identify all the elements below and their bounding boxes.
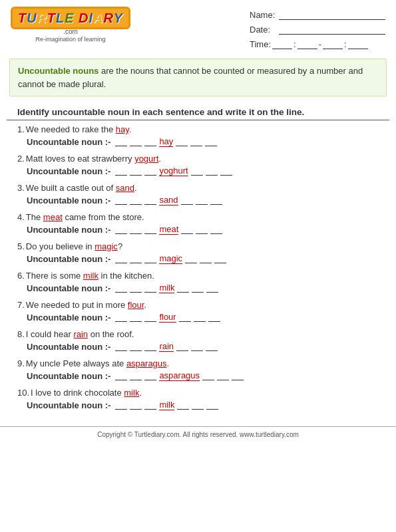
answer-line: Uncountable noun :-sand xyxy=(27,195,385,205)
exercise-number: 2. xyxy=(17,154,25,164)
blank-after xyxy=(179,313,191,322)
exercises: 1.We needed to rake the hay.Uncountable … xyxy=(0,120,396,421)
blank-before xyxy=(130,313,142,322)
answer-line: Uncountable noun :-magic xyxy=(27,253,385,264)
answer-word: sand xyxy=(159,195,178,205)
blank-before xyxy=(130,254,142,263)
answer-line: Uncountable noun :-rain xyxy=(27,341,385,352)
answer-word: hay xyxy=(159,136,173,147)
blank-after xyxy=(208,313,220,322)
uncountable-word: milk xyxy=(83,271,99,281)
answer-word: milk xyxy=(159,400,174,410)
blank-before xyxy=(115,137,127,146)
blank-after xyxy=(192,283,204,293)
answer-word: milk xyxy=(159,283,174,293)
uncountable-word: asparagus xyxy=(126,358,167,368)
name-label: Name: xyxy=(250,10,276,20)
blank-before xyxy=(130,400,142,410)
sentence-line: 1.We needed to rake the hay. xyxy=(17,124,385,134)
blank-before xyxy=(144,137,156,146)
blank-before xyxy=(115,313,127,322)
answer-line: Uncountable noun :-milk xyxy=(27,283,385,293)
uncountable-word: sand xyxy=(116,183,134,193)
footer: Copyright © Turtlediary.com. All rights … xyxy=(0,426,396,442)
answer-line: Uncountable noun :-flour xyxy=(27,312,385,323)
uncountable-word: milk xyxy=(124,388,139,398)
blank-after xyxy=(214,254,226,263)
exercise-item: 4.The meat came from the store.Uncountab… xyxy=(11,212,385,235)
answer-label: Uncountable noun :- xyxy=(27,137,110,147)
sentence-line: 4.The meat came from the store. xyxy=(17,212,385,222)
sentence-line: 2.Matt loves to eat strawberry yogurt. xyxy=(17,154,385,164)
blank-after xyxy=(210,225,222,234)
answer-word: magic xyxy=(159,253,182,264)
sentence-line: 7.We needed to put in more flour. xyxy=(17,300,385,310)
uncountable-word: meat xyxy=(43,212,63,222)
instructions: Identify uncountable noun in each senten… xyxy=(7,102,389,120)
blank-after xyxy=(191,166,203,176)
blank-after xyxy=(196,225,208,234)
blank-after xyxy=(232,371,244,380)
blank-before xyxy=(144,166,156,176)
blank-after xyxy=(200,254,212,263)
time-label: Time: xyxy=(250,39,271,49)
answer-line: Uncountable noun :-asparagus xyxy=(27,370,385,381)
answer-label: Uncountable noun :- xyxy=(27,400,110,410)
blank-before xyxy=(144,371,156,380)
blank-after xyxy=(190,137,202,146)
exercise-number: 7. xyxy=(17,300,25,310)
answer-label: Uncountable noun :- xyxy=(27,196,110,205)
blank-before xyxy=(115,283,127,293)
blank-before xyxy=(144,342,156,351)
sentence-line: 10.I love to drink chocolate milk. xyxy=(17,388,385,398)
answer-word: yoghurt xyxy=(159,166,188,176)
blank-before xyxy=(144,254,156,263)
sentence-line: 3.We built a castle out of sand. xyxy=(17,183,385,193)
blank-before xyxy=(115,254,127,263)
blank-after xyxy=(191,342,203,351)
exercise-item: 9.My uncle Pete always ate asparagus.Unc… xyxy=(11,358,385,381)
blank-after xyxy=(185,254,197,263)
blank-after xyxy=(177,400,189,410)
blank-before xyxy=(144,313,156,322)
time-blank-2 xyxy=(297,39,317,49)
blank-before xyxy=(130,137,142,146)
blank-after xyxy=(181,225,193,234)
blank-before xyxy=(130,196,142,205)
uncountable-word: flour xyxy=(128,300,144,310)
blank-before xyxy=(130,166,142,176)
blank-after xyxy=(177,283,189,293)
logo-com: .com xyxy=(63,28,78,35)
blank-before xyxy=(115,400,127,410)
answer-line: Uncountable noun :-meat xyxy=(27,224,385,235)
blank-before xyxy=(115,225,127,234)
blank-before xyxy=(115,342,127,351)
date-label: Date: xyxy=(250,25,276,35)
uncountable-word: rain xyxy=(73,329,88,339)
logo-tagline: Re-imagination of learning xyxy=(35,36,105,43)
logo: TURTLE DIARY xyxy=(11,7,130,29)
time-row: Time: : - : xyxy=(250,39,385,49)
answer-word: asparagus xyxy=(159,370,200,381)
answer-word: rain xyxy=(159,341,174,352)
blank-before xyxy=(144,196,156,205)
blank-after xyxy=(206,342,218,351)
exercise-item: 5.Do you believe in magic?Uncountable no… xyxy=(11,241,385,264)
answer-word: flour xyxy=(159,312,176,323)
blank-after xyxy=(220,166,232,176)
blank-before xyxy=(115,166,127,176)
date-row: Date: xyxy=(250,24,385,35)
uncountable-word: magic xyxy=(95,241,118,251)
answer-label: Uncountable noun :- xyxy=(27,225,110,235)
time-blank-4 xyxy=(348,39,368,49)
blank-after xyxy=(194,313,206,322)
blank-before xyxy=(130,342,142,351)
sentence-line: 5.Do you believe in magic? xyxy=(17,241,385,251)
sentence-line: 8.I could hear rain on the roof. xyxy=(17,329,385,339)
name-line xyxy=(279,9,385,20)
exercise-item: 3.We built a castle out of sand.Uncounta… xyxy=(11,183,385,205)
blank-after xyxy=(176,342,188,351)
answer-label: Uncountable noun :- xyxy=(27,313,110,323)
date-line xyxy=(279,24,385,35)
exercise-item: 7.We needed to put in more flour.Uncount… xyxy=(11,300,385,323)
